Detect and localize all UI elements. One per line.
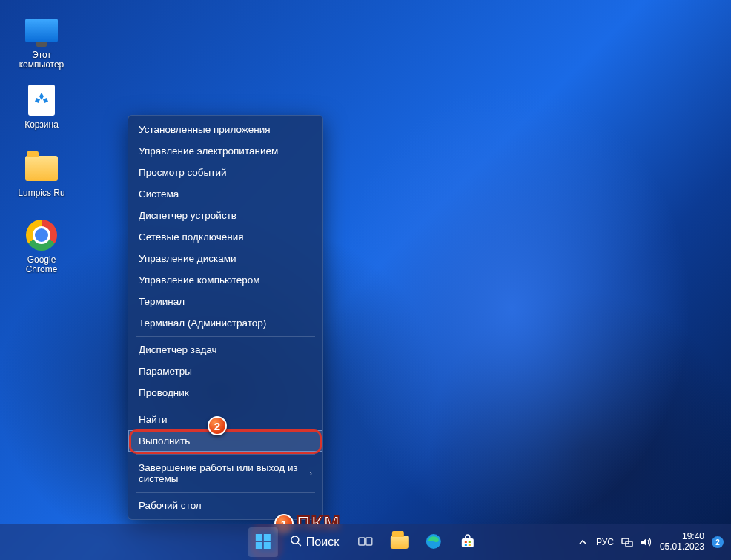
taskbar-edge[interactable] xyxy=(419,527,449,557)
folder-icon xyxy=(391,536,408,549)
taskbar-explorer[interactable] xyxy=(385,527,414,557)
svg-rect-9 xyxy=(465,541,467,543)
svg-rect-2 xyxy=(256,542,262,549)
folder-icon xyxy=(24,151,59,185)
svg-rect-10 xyxy=(469,541,471,543)
taskbar-task-view[interactable] xyxy=(351,527,380,557)
network-icon[interactable] xyxy=(621,536,633,548)
taskbar: Поиск РУС xyxy=(0,524,731,560)
desktop-icon-this-pc[interactable]: Этот компьютер xyxy=(13,13,70,70)
menu-item-desktop[interactable]: Рабочий стол xyxy=(128,495,322,516)
svg-point-7 xyxy=(426,534,441,549)
recycle-bin-icon xyxy=(24,83,59,117)
svg-rect-8 xyxy=(462,538,474,547)
menu-item-explorer[interactable]: Проводник xyxy=(128,382,322,403)
start-context-menu: Установленные приложения Управление элек… xyxy=(128,115,323,520)
desktop-icon-lumpics[interactable]: Lumpics Ru xyxy=(13,151,70,198)
desktop-icon-label: Корзина xyxy=(13,120,70,130)
menu-separator xyxy=(136,492,315,493)
menu-item-device-manager[interactable]: Диспетчер устройств xyxy=(128,205,322,226)
menu-item-task-manager[interactable]: Диспетчер задач xyxy=(128,339,322,360)
desktop[interactable]: Этот компьютер Корзина Lumpics Ru Google… xyxy=(0,0,731,560)
edge-icon xyxy=(426,533,442,552)
tray-date: 05.01.2023 xyxy=(660,542,704,553)
svg-rect-3 xyxy=(264,542,271,549)
desktop-icon-chrome[interactable]: Google Chrome xyxy=(13,218,70,274)
menu-item-power-management[interactable]: Управление электропитанием xyxy=(128,140,322,162)
svg-rect-1 xyxy=(264,534,271,541)
notification-badge[interactable]: 2 xyxy=(712,536,724,548)
tray-clock[interactable]: 19:40 05.01.2023 xyxy=(660,532,704,553)
chrome-icon xyxy=(24,218,59,252)
menu-separator xyxy=(136,336,315,337)
menu-item-shutdown[interactable]: Завершение работы или выход из системы› xyxy=(128,457,322,490)
system-tray: РУС 19:40 05.01.2023 2 xyxy=(577,532,724,553)
svg-rect-0 xyxy=(256,534,262,541)
taskbar-search[interactable]: Поиск xyxy=(282,527,346,557)
start-button[interactable] xyxy=(248,527,278,557)
monitor-icon xyxy=(24,13,59,47)
menu-item-terminal[interactable]: Терминал xyxy=(128,291,322,312)
desktop-icon-label: Lumpics Ru xyxy=(13,188,70,198)
task-view-icon xyxy=(358,536,373,550)
tray-chevron-up-icon[interactable] xyxy=(577,536,589,548)
volume-icon[interactable] xyxy=(641,536,652,548)
desktop-icon-label: Этот компьютер xyxy=(13,50,70,70)
menu-separator xyxy=(136,406,315,406)
svg-rect-5 xyxy=(359,538,365,545)
chevron-right-icon: › xyxy=(309,469,312,478)
menu-item-search[interactable]: Найти xyxy=(128,409,322,430)
menu-item-network-connections[interactable]: Сетевые подключения xyxy=(128,226,322,248)
svg-point-4 xyxy=(291,536,299,544)
menu-item-computer-management[interactable]: Управление компьютером xyxy=(128,269,322,291)
svg-rect-12 xyxy=(469,544,471,546)
menu-item-settings[interactable]: Параметры xyxy=(128,360,322,382)
menu-item-run[interactable]: Выполнить xyxy=(128,430,322,452)
search-placeholder: Поиск xyxy=(306,536,339,549)
menu-item-installed-apps[interactable]: Установленные приложения xyxy=(128,119,322,140)
menu-separator xyxy=(136,454,315,455)
menu-item-system[interactable]: Система xyxy=(128,183,322,205)
store-icon xyxy=(460,534,475,551)
menu-item-event-viewer[interactable]: Просмотр событий xyxy=(128,162,322,183)
svg-rect-6 xyxy=(366,538,372,545)
tray-time: 19:40 xyxy=(660,532,704,542)
search-icon xyxy=(290,535,302,550)
tray-language[interactable]: РУС xyxy=(596,537,614,547)
menu-item-disk-management[interactable]: Управление дисками xyxy=(128,248,322,269)
desktop-icon-recycle-bin[interactable]: Корзина xyxy=(13,83,70,130)
desktop-icon-label: Google Chrome xyxy=(13,255,70,274)
svg-rect-11 xyxy=(465,544,467,546)
windows-icon xyxy=(255,533,271,552)
menu-item-terminal-admin[interactable]: Терминал (Администратор) xyxy=(128,312,322,334)
taskbar-store[interactable] xyxy=(453,527,483,557)
